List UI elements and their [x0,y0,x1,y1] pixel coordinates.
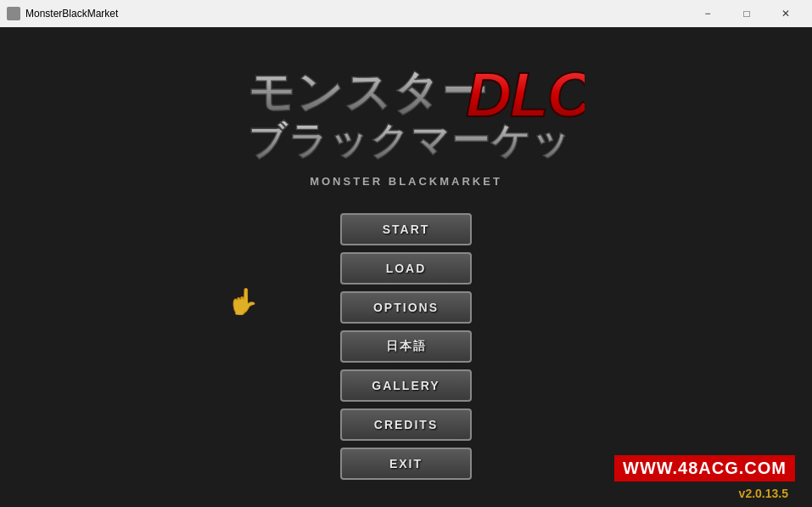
svg-text:ブラックマーケット: ブラックマーケット [248,119,585,161]
start-button[interactable]: START [340,213,472,245]
title-bar-controls: − □ ✕ [688,0,805,27]
maximize-button[interactable]: □ [727,0,766,27]
title-bar: MonsterBlackMarket − □ ✕ [0,0,812,27]
load-button[interactable]: LOAD [340,252,472,284]
logo-container: モンスター DLC ブラックマーケット MONSTER BLACKMARKET [228,53,585,188]
app-icon [7,7,20,20]
version-text: v2.0.13.5 [739,487,788,500]
menu-container: START LOAD OPTIONS 日本語 GALLERY CREDITS E… [340,213,472,480]
title-bar-left: MonsterBlackMarket [7,7,118,20]
gallery-button[interactable]: GALLERY [340,369,472,402]
minimize-button[interactable]: − [688,0,727,27]
svg-text:モンスター: モンスター [248,66,488,117]
logo-svg: モンスター DLC ブラックマーケット [228,53,585,172]
game-area: モンスター DLC ブラックマーケット MONSTER BLACKMARKET … [0,27,812,507]
exit-button[interactable]: EXIT [340,448,472,480]
language-button[interactable]: 日本語 [340,330,472,363]
credits-button[interactable]: CREDITS [340,408,472,441]
cursor-hand: 👆 [227,286,259,316]
title-bar-title: MonsterBlackMarket [25,8,118,20]
watermark: WWW.48ACG.COM [614,455,795,482]
options-button[interactable]: OPTIONS [340,291,472,324]
close-button[interactable]: ✕ [766,0,805,27]
logo-subtitle: MONSTER BLACKMARKET [310,175,502,188]
